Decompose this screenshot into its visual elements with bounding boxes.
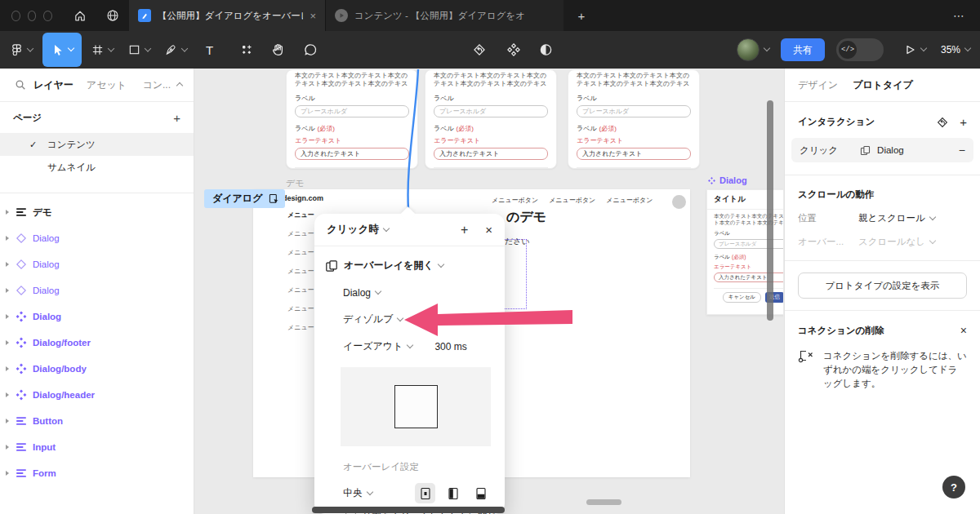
expand-chevron-icon[interactable] [6,236,9,241]
chevron-down-icon[interactable] [382,224,389,231]
layer-row-dialog-instance[interactable]: Dialog [0,277,194,304]
expand-chevron-icon[interactable] [6,471,9,476]
menu-item[interactable]: メニュー [287,299,314,318]
menu-button[interactable]: メニューボタン [549,196,595,205]
trigger-dropdown[interactable]: クリック時 [327,223,379,237]
expand-chevron-icon[interactable] [6,314,9,319]
position-left-button[interactable] [443,483,463,503]
file-tab-active[interactable]: 【公開用】ダイアログをオーバーレイ × [129,0,325,31]
menu-item[interactable]: メニュー [287,224,314,243]
menu-button[interactable]: メニューボタン [606,196,653,205]
tab-layers[interactable]: レイヤー [33,78,74,92]
close-popup-button[interactable]: × [485,223,492,237]
window-more-button[interactable]: ⋯ [953,0,980,31]
layer-row-dialog-body[interactable]: Dialog/body [0,356,194,382]
overflow-dropdown[interactable]: スクロールなし [858,236,935,248]
expand-chevron-icon[interactable] [6,366,9,371]
tab-design[interactable]: デザイン [798,78,838,92]
text-input-error[interactable]: 入力されたテキスト [434,148,548,160]
remove-interaction-button[interactable]: − [959,144,965,157]
tab-assets[interactable]: アセット [87,78,127,92]
expand-chevron-icon[interactable] [6,419,9,423]
cancel-button[interactable]: キャンセル [723,292,761,303]
shape-tool-button[interactable] [128,44,150,56]
form-card[interactable]: 本文のテキスト本文のテキスト本文のテキスト本文のテキスト本文のテキスト本文のテキ… [568,69,700,169]
page-item-thumbnail[interactable]: サムネイル [0,156,194,179]
create-component-button[interactable] [506,42,521,57]
tab-close-icon[interactable]: × [310,11,316,21]
animation-dropdown[interactable]: ディゾルブ [314,306,505,333]
menu-item[interactable]: メニュー [287,318,314,337]
zoom-menu[interactable]: 35% [941,44,970,55]
horizontal-scrollbar-piece[interactable] [586,499,621,505]
window-minimize-button[interactable] [28,11,37,21]
text-input-error[interactable]: 入力されたテキスト [295,148,409,160]
easing-dropdown[interactable]: イーズアウト [343,339,403,353]
menu-item[interactable]: メニュー [287,281,314,299]
menu-item[interactable]: メニュー [287,243,314,262]
frame-title-demo[interactable]: デモ [286,177,305,189]
text-input[interactable]: プレースホルダ [577,105,691,117]
reset-connections-button[interactable] [472,42,487,57]
expand-chevron-icon[interactable] [6,340,9,345]
menu-item[interactable]: メニュー [287,206,314,224]
present-button[interactable] [903,43,926,56]
layer-row-dialog-instance[interactable]: Dialog [0,225,194,251]
home-button[interactable] [64,0,96,31]
layer-row-dialog-instance[interactable]: Dialog [0,251,194,277]
selected-layer-tag[interactable]: ダイアログ [204,189,285,208]
position-dropdown[interactable]: 親とスクロール [858,212,935,224]
layer-row-dialog-header[interactable]: Dialog/header [0,382,194,408]
add-interaction-button[interactable]: + [960,115,967,129]
community-button[interactable] [96,0,129,31]
add-page-button[interactable]: + [173,111,180,125]
add-interaction-button[interactable]: + [461,223,468,237]
text-tool-button[interactable]: T [206,43,213,57]
new-tab-button[interactable]: + [564,0,599,31]
menu-item[interactable]: メニュー [287,262,314,281]
layer-row-dialog-footer[interactable]: Dialog/footer [0,330,194,356]
move-tool-button[interactable] [42,33,82,67]
text-input[interactable]: プレースホルダ [295,105,409,117]
dismiss-tip-button[interactable]: × [960,324,967,337]
pen-tool-button[interactable] [165,44,187,56]
search-icon[interactable] [15,79,26,91]
expand-chevron-icon[interactable] [6,445,9,450]
text-input-error[interactable]: 入力されたテキスト [577,148,691,160]
frame-tool-button[interactable] [91,44,114,56]
preview-tab[interactable]: コンテンツ - 【公開用】ダイアログをオ [325,0,564,31]
layer-row-input[interactable]: Input [0,434,194,460]
tab-prototype[interactable]: プロトタイプ [853,78,913,92]
chevron-up-icon[interactable] [176,82,183,89]
actions-button[interactable] [240,43,253,56]
expand-chevron-icon[interactable] [6,210,9,215]
expand-chevron-icon[interactable] [6,392,9,397]
window-controls[interactable] [0,0,64,31]
current-user-menu[interactable] [737,38,769,61]
action-dropdown[interactable]: オーバーレイを開く [314,252,505,279]
expand-chevron-icon[interactable] [6,262,9,267]
page-item-contents[interactable]: ✓ コンテンツ [0,133,194,156]
interaction-popup[interactable]: クリック時 + × オーバーレイを開く Dialog ディゾルブ イーズアウト … [314,214,505,514]
hand-tool-button[interactable] [271,43,285,57]
connection-endpoint-dot[interactable] [672,195,686,209]
dev-mode-toggle[interactable]: </> [836,38,884,61]
reset-connections-icon[interactable] [936,116,949,129]
expand-chevron-icon[interactable] [6,288,9,293]
layer-row-demo[interactable]: デモ [0,199,194,225]
component-label-dialog[interactable]: Dialog [707,175,747,185]
position-center-button[interactable] [415,483,435,503]
duration-input[interactable]: 300 ms [434,341,466,352]
help-button[interactable]: ? [942,476,965,498]
horizontal-scrollbar[interactable] [312,507,505,513]
layer-row-dialog-component[interactable]: Dialog [0,304,194,330]
tab-components[interactable]: コン... [142,78,171,92]
destination-dropdown[interactable]: Dialog [314,279,505,306]
vertical-scrollbar[interactable] [767,100,773,321]
form-card[interactable]: 本文のテキスト本文のテキスト本文のテキスト本文のテキスト本文のテキスト本文のテキ… [425,69,557,169]
menu-button[interactable]: メニューボタン [492,196,538,205]
window-maximize-button[interactable] [43,11,52,21]
position-bottom-button[interactable] [470,483,491,503]
main-menu-button[interactable] [11,44,33,56]
window-close-button[interactable] [11,11,20,21]
